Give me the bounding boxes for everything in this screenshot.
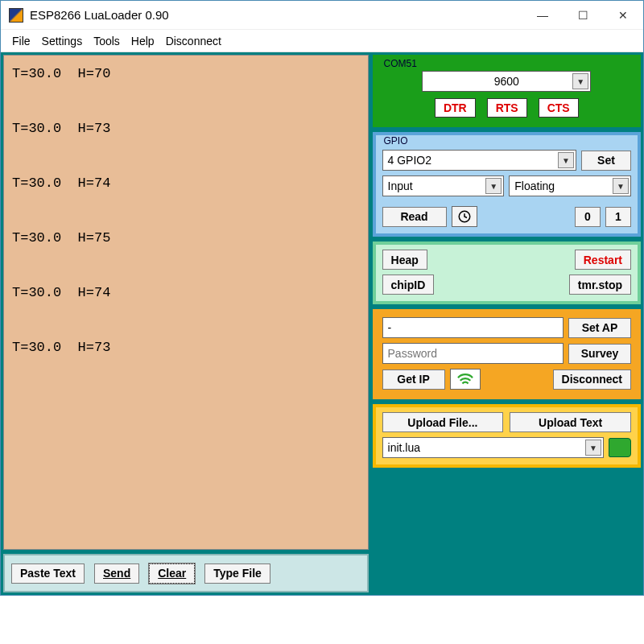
restart-button[interactable]: Restart	[575, 250, 631, 270]
send-button[interactable]: Send	[94, 564, 139, 584]
minimize-button[interactable]: —	[522, 1, 563, 30]
chipid-button[interactable]: chipID	[382, 275, 435, 295]
gpio-pin-value: 4 GPIO2	[388, 154, 431, 167]
close-button[interactable]: ✕	[603, 1, 643, 30]
get-ip-button[interactable]: Get IP	[382, 369, 445, 390]
set-ap-button[interactable]: Set AP	[568, 318, 631, 338]
wifi-icon	[456, 372, 474, 386]
cts-button[interactable]: CTS	[539, 98, 579, 118]
timer-button[interactable]	[452, 206, 477, 227]
menu-settings[interactable]: Settings	[42, 35, 83, 47]
app-window: ESP8266 LuaLoader 0.90 — ☐ ✕ File Settin…	[0, 0, 644, 596]
dtr-button[interactable]: DTR	[435, 98, 476, 118]
app-icon	[9, 8, 23, 23]
heap-button[interactable]: Heap	[382, 250, 427, 270]
gpio-read-button[interactable]: Read	[382, 207, 447, 227]
window-controls: — ☐ ✕	[522, 1, 643, 30]
menubar: File Settings Tools Help Disconnect	[1, 30, 643, 52]
baud-value: 9600	[494, 75, 519, 88]
upload-filename-select[interactable]: init.lua ▼	[382, 437, 604, 458]
gpio-set-button[interactable]: Set	[581, 151, 631, 171]
gpio-mode-select[interactable]: Input ▼	[382, 175, 505, 196]
com-panel-title: COM51	[382, 58, 419, 69]
menu-help[interactable]: Help	[131, 35, 155, 47]
wifi-status-icon	[450, 369, 481, 390]
gpio-write-0-button[interactable]: 0	[575, 207, 601, 227]
terminal-output[interactable]: T=30.0 H=70 T=30.0 H=73 T=30.0 H=74 T=30…	[3, 55, 369, 550]
left-column: T=30.0 H=70 T=30.0 H=73 T=30.0 H=74 T=30…	[3, 55, 369, 592]
gpio-pull-select[interactable]: Floating ▼	[509, 175, 631, 196]
right-column: COM51 9600 ▼ DTR RTS CTS GPIO 4 GPIO2 ▼	[373, 55, 641, 592]
clock-icon	[457, 209, 472, 224]
chevron-down-icon: ▼	[485, 178, 502, 194]
menu-disconnect[interactable]: Disconnect	[166, 35, 221, 47]
chevron-down-icon: ▼	[558, 152, 574, 168]
main-body: T=30.0 H=70 T=30.0 H=73 T=30.0 H=74 T=30…	[1, 52, 643, 595]
chevron-down-icon: ▼	[613, 178, 629, 194]
chevron-down-icon: ▼	[585, 440, 601, 456]
wifi-disconnect-button[interactable]: Disconnect	[553, 369, 631, 390]
upload-panel: Upload File... Upload Text init.lua ▼	[373, 404, 641, 468]
tmrstop-button[interactable]: tmr.stop	[569, 275, 631, 295]
chevron-down-icon: ▼	[572, 73, 588, 89]
titlebar: ESP8266 LuaLoader 0.90 — ☐ ✕	[1, 1, 643, 30]
gpio-panel-title: GPIO	[382, 135, 410, 147]
maximize-button[interactable]: ☐	[563, 1, 603, 30]
menu-tools[interactable]: Tools	[93, 35, 120, 47]
type-file-button[interactable]: Type File	[204, 564, 270, 584]
upload-text-button[interactable]: Upload Text	[510, 412, 631, 432]
clear-button[interactable]: Clear	[149, 564, 195, 584]
com-panel: COM51 9600 ▼ DTR RTS CTS	[373, 55, 641, 127]
wifi-panel: Set AP Survey Get IP	[373, 309, 641, 399]
gpio-panel: GPIO 4 GPIO2 ▼ Set Input ▼ Floating	[373, 132, 641, 237]
system-panel: Heap Restart chipID tmr.stop	[373, 242, 641, 304]
gpio-pin-select[interactable]: 4 GPIO2 ▼	[382, 150, 576, 171]
rts-button[interactable]: RTS	[487, 98, 527, 118]
window-title: ESP8266 LuaLoader 0.90	[30, 8, 522, 22]
serial-flags: DTR RTS CTS	[382, 98, 631, 118]
survey-button[interactable]: Survey	[568, 344, 631, 364]
gpio-mode-value: Input	[388, 180, 413, 192]
menu-file[interactable]: File	[12, 35, 31, 47]
terminal-toolbar: Paste Text Send Clear Type File	[3, 554, 369, 592]
password-input[interactable]	[382, 343, 564, 364]
baud-select[interactable]: 9600 ▼	[422, 71, 591, 92]
upload-file-button[interactable]: Upload File...	[382, 412, 504, 432]
book-icon[interactable]	[609, 438, 631, 457]
paste-text-button[interactable]: Paste Text	[11, 564, 85, 584]
upload-filename-value: init.lua	[388, 441, 420, 454]
gpio-pull-value: Floating	[514, 180, 555, 192]
ssid-input[interactable]	[382, 317, 564, 338]
gpio-write-1-button[interactable]: 1	[605, 207, 631, 227]
